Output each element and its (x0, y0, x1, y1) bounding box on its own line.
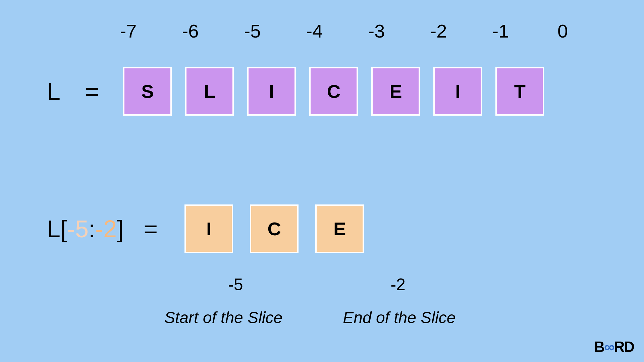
letter-box: L (185, 67, 234, 116)
index-label: -5 (221, 20, 283, 42)
slice-end-index: -2 (390, 275, 405, 294)
list-variable: L = (47, 78, 103, 105)
letter-box: T (495, 67, 544, 116)
index-label: -1 (470, 20, 532, 42)
index-label: -6 (159, 20, 221, 42)
letter-box: S (123, 67, 172, 116)
index-label: -2 (408, 20, 470, 42)
slice-suffix: ] (117, 216, 123, 242)
caption-start: Start of the Slice (164, 308, 282, 327)
slice-row: L[-5:-2] = I C E (47, 204, 364, 253)
index-label: 0 (532, 20, 594, 42)
letter-box: C (309, 67, 358, 116)
slice-equals: = (144, 216, 158, 242)
letter-box: I (247, 67, 296, 116)
index-row: -7 -6 -5 -4 -3 -2 -1 0 (97, 20, 594, 42)
caption-row: Start of the Slice End of the Slice (164, 308, 455, 327)
caption-end: End of the Slice (343, 308, 455, 327)
slice-colon: : (89, 216, 95, 242)
board-logo: B∞RD (594, 339, 634, 355)
slice-end-value: -2 (95, 216, 117, 242)
logo-b: B (594, 339, 604, 355)
logo-rd: RD (614, 339, 634, 355)
letter-box: I (433, 67, 482, 116)
slice-start-index: -5 (228, 275, 243, 294)
list-row: L = S L I C E I T (47, 67, 544, 116)
index-label: -7 (97, 20, 159, 42)
slice-start-value: -5 (67, 216, 89, 242)
index-label: -3 (345, 20, 408, 42)
infinity-icon: ∞ (604, 339, 614, 355)
slice-prefix: L[ (47, 216, 67, 242)
slice-expression: L[-5:-2] = (47, 215, 158, 243)
index-label: -4 (283, 20, 345, 42)
slice-result-boxes: I C E (184, 204, 364, 253)
letter-box: E (371, 67, 420, 116)
letter-boxes: S L I C E I T (123, 67, 544, 116)
slice-letter-box: I (184, 204, 233, 253)
sub-index-row: -5 -2 (228, 275, 406, 294)
slice-letter-box: C (250, 204, 299, 253)
slice-letter-box: E (315, 204, 364, 253)
